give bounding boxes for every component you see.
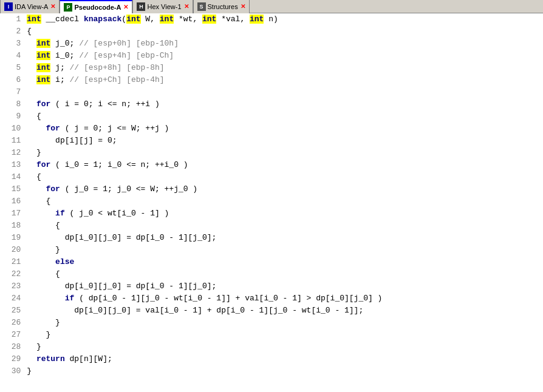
line-num-12: 12 — [0, 147, 24, 159]
table-row: 26 } — [0, 317, 543, 329]
table-row: 20 } — [0, 244, 543, 256]
tab-hex-view-1[interactable]: H Hex View-1 ✕ — [132, 0, 193, 13]
table-row: 4 int i_0; // [esp+4h] [ebp-Ch] — [0, 50, 543, 62]
line-num-21: 21 — [0, 256, 24, 268]
tab-pseudocode-a-close[interactable]: ✕ — [123, 4, 128, 10]
code-line-14[interactable]: { — [24, 171, 543, 183]
code-line-2[interactable]: { — [24, 25, 543, 38]
table-row: 22 { — [0, 268, 543, 280]
line-num-19: 19 — [0, 232, 24, 244]
line-num-30: 30 — [0, 365, 24, 377]
line-num-3: 3 — [0, 38, 24, 50]
code-line-7[interactable] — [24, 86, 543, 98]
line-num-20: 20 — [0, 244, 24, 256]
table-row: 18 { — [0, 220, 543, 232]
code-table: 1 int __cdecl knapsack(int W, int *wt, i… — [0, 13, 543, 377]
code-line-21[interactable]: else — [24, 256, 543, 268]
code-line-19[interactable]: dp[i_0][j_0] = dp[i_0 - 1][j_0]; — [24, 232, 543, 244]
code-line-28[interactable]: } — [24, 341, 543, 353]
code-line-3[interactable]: int j_0; // [esp+0h] [ebp-10h] — [24, 38, 543, 50]
table-row: 7 — [0, 86, 543, 98]
tab-structures[interactable]: S Structures ✕ — [193, 0, 250, 13]
code-line-17[interactable]: if ( j_0 < wt[i_0 - 1] ) — [24, 208, 543, 220]
code-line-27[interactable]: } — [24, 329, 543, 341]
line-num-18: 18 — [0, 220, 24, 232]
table-row: 3 int j_0; // [esp+0h] [ebp-10h] — [0, 38, 543, 50]
line-num-27: 27 — [0, 329, 24, 341]
line-num-14: 14 — [0, 171, 24, 183]
tab-structures-label: Structures — [208, 3, 238, 10]
line-num-29: 29 — [0, 353, 24, 365]
table-row: 12 } — [0, 147, 543, 159]
line-num-4: 4 — [0, 50, 24, 62]
table-row: 10 for ( j = 0; j <= W; ++j ) — [0, 123, 543, 135]
line-num-9: 9 — [0, 110, 24, 123]
table-row: 8 for ( i = 0; i <= n; ++i ) — [0, 98, 543, 110]
code-line-11[interactable]: dp[i][j] = 0; — [24, 135, 543, 147]
table-row: 25 dp[i_0][j_0] = val[i_0 - 1] + dp[i_0 … — [0, 305, 543, 317]
table-row: 15 for ( j_0 = 1; j_0 <= W; ++j_0 ) — [0, 183, 543, 195]
table-row: 27 } — [0, 329, 543, 341]
code-line-12[interactable]: } — [24, 147, 543, 159]
code-line-22[interactable]: { — [24, 268, 543, 280]
line-num-23: 23 — [0, 280, 24, 292]
code-line-18[interactable]: { — [24, 220, 543, 232]
tab-ida-view-a-icon: I — [4, 2, 13, 11]
tab-pseudocode-a[interactable]: P Pseudocode-A ✕ — [60, 0, 132, 13]
code-line-5[interactable]: int j; // [esp+8h] [ebp-8h] — [24, 62, 543, 74]
table-row: 28 } — [0, 341, 543, 353]
line-num-6: 6 — [0, 74, 24, 86]
code-line-23[interactable]: dp[i_0][j_0] = dp[i_0 - 1][j_0]; — [24, 280, 543, 292]
code-line-30[interactable]: } — [24, 365, 543, 377]
line-num-1: 1 — [0, 13, 24, 25]
line-num-15: 15 — [0, 183, 24, 195]
line-num-2: 2 — [0, 25, 24, 38]
table-row: 29 return dp[n][W]; — [0, 353, 543, 365]
tab-pseudocode-a-icon: P — [64, 3, 72, 12]
line-num-7: 7 — [0, 86, 24, 98]
code-line-16[interactable]: { — [24, 195, 543, 208]
table-row: 19 dp[i_0][j_0] = dp[i_0 - 1][j_0]; — [0, 232, 543, 244]
table-row: 13 for ( i_0 = 1; i_0 <= n; ++i_0 ) — [0, 159, 543, 171]
table-row: 17 if ( j_0 < wt[i_0 - 1] ) — [0, 208, 543, 220]
table-row: 14 { — [0, 171, 543, 183]
table-row: 6 int i; // [esp+Ch] [ebp-4h] — [0, 74, 543, 86]
tab-pseudocode-a-label: Pseudocode-A — [74, 4, 121, 11]
tab-structures-close[interactable]: ✕ — [241, 3, 245, 10]
code-line-24[interactable]: if ( dp[i_0 - 1][j_0 - wt[i_0 - 1]] + va… — [24, 292, 543, 305]
line-num-13: 13 — [0, 159, 24, 171]
table-row: 30 } — [0, 365, 543, 377]
tab-ida-view-a-close[interactable]: ✕ — [50, 3, 55, 10]
code-line-29[interactable]: return dp[n][W]; — [24, 353, 543, 365]
code-line-15[interactable]: for ( j_0 = 1; j_0 <= W; ++j_0 ) — [24, 183, 543, 195]
code-line-4[interactable]: int i_0; // [esp+4h] [ebp-Ch] — [24, 50, 543, 62]
code-line-6[interactable]: int i; // [esp+Ch] [ebp-4h] — [24, 74, 543, 86]
line-num-16: 16 — [0, 195, 24, 208]
line-num-25: 25 — [0, 305, 24, 317]
table-row: 2 { — [0, 25, 543, 38]
line-num-22: 22 — [0, 268, 24, 280]
tab-ida-view-a[interactable]: I IDA View-A ✕ — [0, 0, 60, 13]
table-row: 5 int j; // [esp+8h] [ebp-8h] — [0, 62, 543, 74]
table-row: 24 if ( dp[i_0 - 1][j_0 - wt[i_0 - 1]] +… — [0, 292, 543, 305]
table-row: 1 int __cdecl knapsack(int W, int *wt, i… — [0, 13, 543, 25]
line-num-8: 8 — [0, 98, 24, 110]
tab-hex-view-1-icon: H — [137, 2, 145, 11]
code-area[interactable]: 1 int __cdecl knapsack(int W, int *wt, i… — [0, 13, 543, 392]
line-num-5: 5 — [0, 62, 24, 74]
code-line-8[interactable]: for ( i = 0; i <= n; ++i ) — [24, 98, 543, 110]
tab-ida-view-a-label: IDA View-A — [15, 3, 48, 10]
tab-bar: I IDA View-A ✕ P Pseudocode-A ✕ H Hex Vi… — [0, 0, 543, 13]
table-row: 11 dp[i][j] = 0; — [0, 135, 543, 147]
code-line-20[interactable]: } — [24, 244, 543, 256]
line-num-26: 26 — [0, 317, 24, 329]
code-line-9[interactable]: { — [24, 110, 543, 123]
code-line-1[interactable]: int __cdecl knapsack(int W, int *wt, int… — [24, 13, 543, 25]
tab-hex-view-1-close[interactable]: ✕ — [184, 3, 189, 10]
code-line-13[interactable]: for ( i_0 = 1; i_0 <= n; ++i_0 ) — [24, 159, 543, 171]
code-line-26[interactable]: } — [24, 317, 543, 329]
line-num-24: 24 — [0, 292, 24, 305]
code-line-10[interactable]: for ( j = 0; j <= W; ++j ) — [24, 123, 543, 135]
line-num-17: 17 — [0, 208, 24, 220]
code-line-25[interactable]: dp[i_0][j_0] = val[i_0 - 1] + dp[i_0 - 1… — [24, 305, 543, 317]
